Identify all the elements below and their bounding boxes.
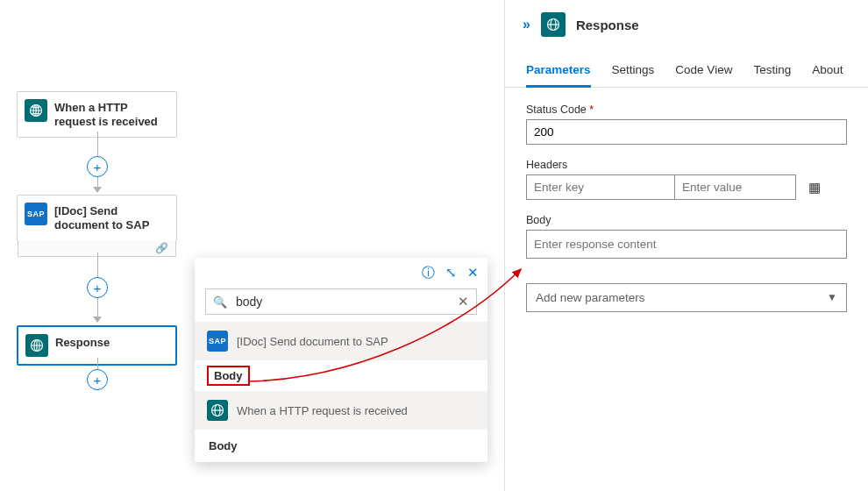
add-step-button[interactable]: + — [87, 156, 108, 177]
arrow-down-icon — [93, 317, 102, 323]
status-code-input[interactable] — [526, 119, 847, 145]
clear-search-icon[interactable]: ✕ — [458, 294, 469, 310]
link-icon: 🔗 — [155, 242, 168, 254]
expand-icon[interactable]: ⤡ — [445, 265, 457, 281]
picker-search-input[interactable] — [234, 294, 451, 310]
picker-item-body-sap[interactable]: Body — [205, 364, 252, 388]
panel-title: Response — [576, 18, 639, 32]
body-input[interactable] — [526, 230, 847, 259]
tab-settings[interactable]: Settings — [612, 56, 655, 88]
picker-group-title: [IDoc] Send document to SAP — [237, 335, 388, 348]
dynamic-content-picker: ⓘ ⤡ ✕ 🔍 ✕ SAP [IDoc] Send document to SA… — [195, 258, 487, 462]
parameters-form: Status Code * Headers ▦ Body Add new par… — [505, 88, 868, 328]
node-label: Response — [55, 334, 110, 350]
picker-search-box[interactable]: 🔍 ✕ — [205, 288, 477, 315]
headers-grid-icon[interactable]: ▦ — [808, 180, 821, 196]
response-icon — [25, 334, 48, 357]
tab-about[interactable]: About — [812, 56, 843, 88]
body-label: Body — [526, 214, 847, 226]
add-step-button[interactable]: + — [87, 277, 108, 298]
tab-testing[interactable]: Testing — [753, 56, 791, 88]
tab-code-view[interactable]: Code View — [675, 56, 732, 88]
header-key-input[interactable] — [526, 174, 675, 200]
close-icon[interactable]: ✕ — [467, 265, 479, 281]
info-icon[interactable]: ⓘ — [422, 265, 435, 281]
status-code-label: Status Code * — [526, 103, 847, 116]
action-config-panel: » Response Parameters Settings Code View… — [504, 0, 868, 491]
picker-group-title: When a HTTP request is received — [237, 404, 408, 417]
arrow-down-icon — [93, 187, 102, 193]
picker-group-http[interactable]: When a HTTP request is received — [195, 391, 487, 430]
collapse-panel-icon[interactable]: » — [523, 17, 530, 32]
search-icon: 🔍 — [213, 295, 227, 309]
http-trigger-icon — [25, 99, 47, 122]
add-new-parameters-dropdown[interactable]: Add new parameters ▼ — [526, 283, 847, 312]
chevron-down-icon: ▼ — [827, 291, 837, 304]
headers-label: Headers — [526, 159, 847, 171]
panel-tabs: Parameters Settings Code View Testing Ab… — [505, 56, 868, 88]
node-label: When a HTTP request is received — [54, 99, 169, 130]
header-value-input[interactable] — [675, 174, 796, 200]
add-params-label: Add new parameters — [536, 291, 645, 304]
http-trigger-icon — [207, 400, 228, 421]
node-label: [IDoc] Send document to SAP — [54, 203, 169, 233]
response-icon — [541, 12, 566, 37]
workflow-node-http-trigger[interactable]: When a HTTP request is received — [17, 91, 177, 138]
sap-icon: SAP — [25, 203, 47, 225]
workflow-node-sap-idoc[interactable]: SAP [IDoc] Send document to SAP 🔗 — [17, 195, 177, 241]
picker-group-sap[interactable]: SAP [IDoc] Send document to SAP — [195, 322, 487, 360]
picker-item-body-http[interactable]: Body — [195, 430, 487, 462]
tab-parameters[interactable]: Parameters — [526, 56, 591, 88]
workflow-canvas: When a HTTP request is received + SAP [I… — [0, 0, 504, 491]
sap-icon: SAP — [207, 331, 228, 352]
add-step-button[interactable]: + — [87, 369, 108, 390]
